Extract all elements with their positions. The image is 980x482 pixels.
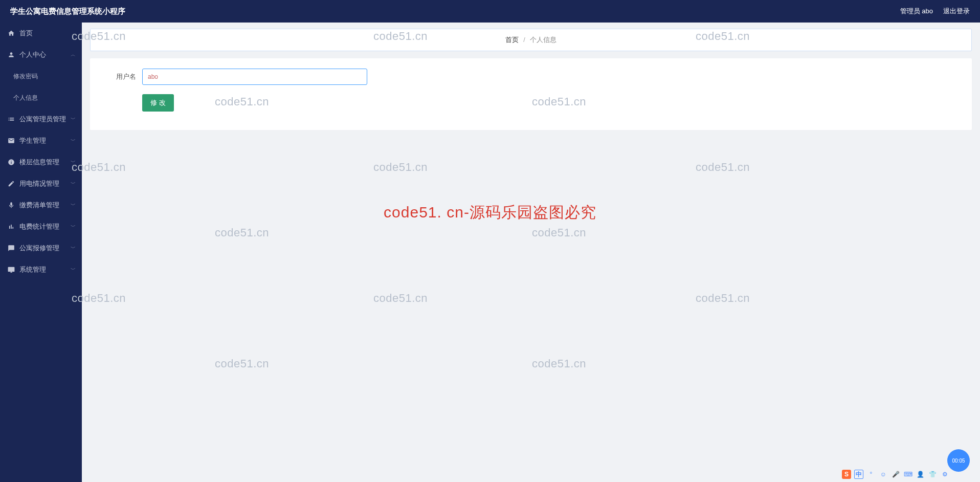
submit-button[interactable]: 修 改 [142, 94, 174, 112]
sidebar-label: 公寓管理员管理 [19, 115, 66, 124]
info-icon [7, 158, 15, 166]
sidebar-item-floor-mgmt[interactable]: 楼层信息管理 ﹀ [0, 151, 82, 173]
ime-mic-icon[interactable]: 🎤 [891, 470, 900, 479]
chevron-down-icon: ﹀ [71, 245, 76, 252]
main-content: 首页 / 个人信息 用户名 修 改 [82, 23, 980, 482]
sidebar-item-personal-center[interactable]: 个人中心 ︿ [0, 44, 82, 65]
floating-badge[interactable]: 00:05 [947, 449, 970, 472]
chevron-down-icon: ﹀ [71, 202, 76, 209]
list-icon [7, 115, 15, 123]
app-title: 学生公寓电费信息管理系统小程序 [10, 7, 125, 16]
ime-zh-icon[interactable]: 中 [854, 470, 863, 479]
sidebar-label: 电费统计管理 [19, 222, 59, 231]
fab-text: 00:05 [952, 458, 965, 464]
sidebar-label: 修改密码 [13, 72, 38, 81]
sidebar-label: 系统管理 [19, 265, 46, 274]
ime-user-icon[interactable]: 👤 [916, 470, 925, 479]
header-actions: 管理员 abo 退出登录 [900, 7, 970, 16]
chevron-down-icon: ﹀ [71, 159, 76, 166]
user-icon [7, 51, 15, 59]
sidebar-item-stats-mgmt[interactable]: 电费统计管理 ﹀ [0, 216, 82, 237]
mail-icon [7, 137, 15, 145]
ime-punct-icon[interactable]: ° [866, 470, 876, 479]
ime-skin-icon[interactable]: 👕 [928, 470, 937, 479]
edit-icon [7, 180, 15, 188]
chat-icon [7, 244, 15, 252]
chevron-down-icon: ﹀ [71, 137, 76, 144]
app-container: 首页 个人中心 ︿ 修改密码 个人信息 公寓管理员管理 ﹀ 学生管理 ﹀ 楼层信… [0, 23, 980, 482]
sidebar-item-student-mgmt[interactable]: 学生管理 ﹀ [0, 130, 82, 151]
ime-emoji-icon[interactable]: ☺ [879, 470, 888, 479]
sidebar-label: 首页 [19, 29, 33, 38]
form-row-username: 用户名 [105, 69, 956, 85]
chevron-up-icon: ︿ [71, 51, 76, 58]
ime-settings-icon[interactable]: ⚙ [940, 470, 949, 479]
breadcrumb-separator: / [523, 36, 525, 43]
sidebar-item-usage-mgmt[interactable]: 用电情况管理 ﹀ [0, 173, 82, 194]
admin-label[interactable]: 管理员 abo [900, 7, 933, 16]
chart-icon [7, 223, 15, 231]
chevron-down-icon: ﹀ [71, 223, 76, 230]
username-label: 用户名 [105, 72, 136, 81]
chevron-down-icon: ﹀ [71, 116, 76, 123]
sidebar-label: 楼层信息管理 [19, 158, 59, 167]
sidebar-item-change-password[interactable]: 修改密码 [0, 65, 82, 87]
sidebar-label: 个人信息 [13, 94, 38, 102]
sidebar-label: 用电情况管理 [19, 179, 59, 188]
sidebar-item-system-mgmt[interactable]: 系统管理 ﹀ [0, 259, 82, 280]
sidebar-item-payment-mgmt[interactable]: 缴费清单管理 ﹀ [0, 194, 82, 216]
sidebar-item-admin-mgmt[interactable]: 公寓管理员管理 ﹀ [0, 108, 82, 130]
mic-icon [7, 201, 15, 209]
ime-keyboard-icon[interactable]: ⌨ [903, 470, 912, 479]
monitor-icon [7, 266, 15, 274]
breadcrumb-current: 个人信息 [530, 36, 556, 43]
username-input[interactable] [142, 69, 367, 85]
sidebar: 首页 个人中心 ︿ 修改密码 个人信息 公寓管理员管理 ﹀ 学生管理 ﹀ 楼层信… [0, 23, 82, 482]
sidebar-item-repair-mgmt[interactable]: 公寓报修管理 ﹀ [0, 237, 82, 259]
breadcrumb-home[interactable]: 首页 [505, 36, 519, 43]
ime-s-icon[interactable]: S [842, 470, 851, 479]
sidebar-label: 学生管理 [19, 136, 46, 145]
breadcrumb: 首页 / 个人信息 [90, 29, 972, 51]
ime-toolbar: S 中 ° ☺ 🎤 ⌨ 👤 👕 ⚙ [842, 470, 949, 479]
sidebar-label: 公寓报修管理 [19, 244, 59, 253]
logout-link[interactable]: 退出登录 [943, 7, 970, 16]
sidebar-item-personal-info[interactable]: 个人信息 [0, 87, 82, 108]
app-header: 学生公寓电费信息管理系统小程序 管理员 abo 退出登录 [0, 0, 980, 23]
home-icon [7, 29, 15, 37]
sidebar-label: 个人中心 [19, 50, 46, 59]
chevron-down-icon: ﹀ [71, 180, 76, 187]
chevron-down-icon: ﹀ [71, 266, 76, 273]
sidebar-label: 缴费清单管理 [19, 201, 59, 210]
personal-info-form: 用户名 修 改 [90, 58, 972, 130]
sidebar-item-home[interactable]: 首页 [0, 23, 82, 44]
form-actions: 修 改 [105, 94, 956, 112]
